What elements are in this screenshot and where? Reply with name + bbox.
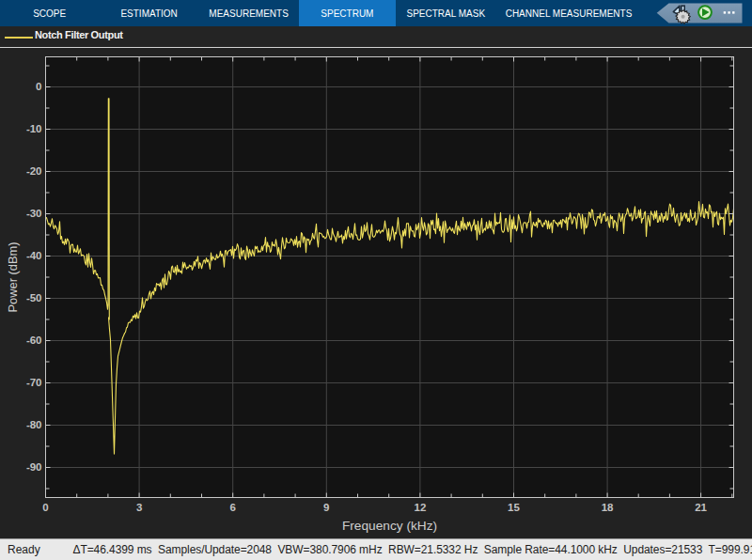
svg-text:-20: -20 [26, 165, 42, 177]
svg-text:15: 15 [508, 502, 520, 513]
svg-text:18: 18 [602, 502, 614, 513]
svg-text:-10: -10 [26, 123, 42, 134]
svg-text:6: 6 [229, 502, 235, 513]
svg-text:9: 9 [323, 502, 329, 513]
svg-text:0: 0 [42, 502, 48, 513]
svg-text:0: 0 [36, 81, 41, 92]
svg-text:21: 21 [695, 502, 707, 513]
svg-text:-90: -90 [26, 461, 42, 473]
svg-text:-40: -40 [26, 250, 42, 261]
svg-text:-50: -50 [26, 292, 42, 303]
svg-text:Frequency (kHz): Frequency (kHz) [342, 519, 437, 533]
svg-text:-30: -30 [26, 208, 42, 219]
svg-text:Power (dBm): Power (dBm) [6, 241, 20, 312]
svg-text:-70: -70 [26, 377, 42, 388]
svg-text:-60: -60 [26, 334, 42, 346]
svg-text:-80: -80 [26, 419, 42, 430]
svg-text:12: 12 [415, 502, 427, 513]
svg-text:3: 3 [136, 502, 142, 513]
